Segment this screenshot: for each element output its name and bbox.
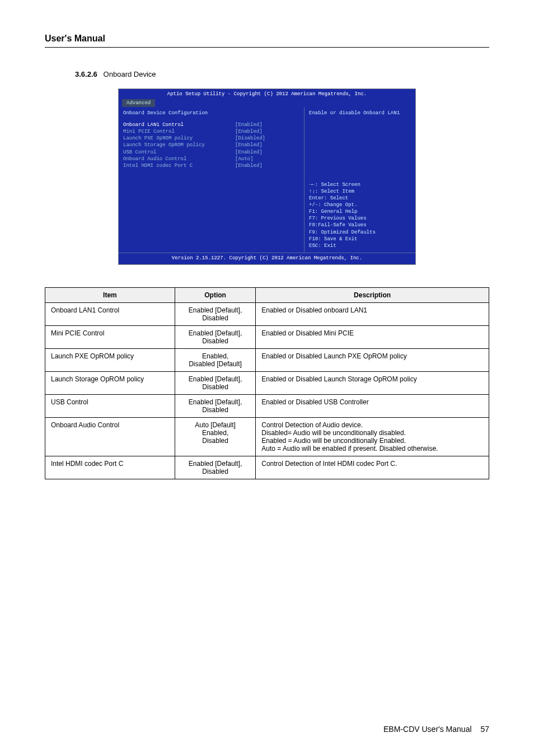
bios-nav-help: →←: Select Screen ↑↓: Select Item Enter:… (309, 181, 411, 249)
bios-body: Onboard Device Configuration Onboard LAN… (119, 107, 415, 253)
bios-row-label: USB Control (123, 149, 235, 156)
page-footer: EBM-CDV User's Manual 57 (383, 725, 489, 734)
cell-desc: Enabled or Disabled Launch PXE OpROM pol… (256, 349, 489, 372)
table-row: Intel HDMI codec Port C Enabled [Default… (45, 456, 489, 479)
bios-row-value: [Enabled] (235, 162, 263, 169)
bios-footer: Version 2.15.1227. Copyright (C) 2012 Am… (119, 253, 415, 264)
bios-nav-line: +/-: Change Opt. (309, 202, 411, 208)
cell-option: Enabled, Disabled [Default] (175, 349, 255, 372)
cell-desc: Enabled or Disabled Launch Storage OpROM… (256, 372, 489, 395)
bios-right-panel: Enable or disable Onboard LAN1 →←: Selec… (305, 107, 415, 253)
cell-desc: Control Detection of Intel HDMI codec Po… (256, 456, 489, 479)
table-header-option: Option (175, 288, 255, 303)
bios-nav-line: F1: General Help (309, 208, 411, 215)
cell-item: Launch Storage OpROM policy (45, 372, 175, 395)
bios-row[interactable]: USB Control[Enabled] (123, 149, 299, 156)
bios-nav-line: F10: Save & Exit (309, 236, 411, 242)
cell-item: Onboard LAN1 Control (45, 303, 175, 326)
bios-row-value: [Enabled] (235, 149, 263, 156)
table-header-row: Item Option Description (45, 288, 489, 303)
cell-desc: Enabled or Disabled USB Controller (256, 395, 489, 418)
bios-nav-line: ↑↓: Select Item (309, 188, 411, 195)
bios-utility-title: Aptio Setup Utility - Copyright (C) 2012… (122, 91, 412, 99)
bios-row[interactable]: Mini PCIE Control[Enabled] (123, 128, 299, 135)
footer-label: User's Manual (421, 725, 471, 734)
cell-desc: Control Detection of Audio device. Disab… (256, 418, 489, 456)
cell-desc: Enabled or Disabled Mini PCIE (256, 326, 489, 349)
cell-item: Mini PCIE Control (45, 326, 175, 349)
cell-option: Enabled [Default], Disabled (175, 326, 255, 349)
bios-row-label: Mini PCIE Control (123, 128, 235, 135)
bios-row-value: [Enabled] (235, 128, 263, 135)
section-title: Onboard Device (104, 70, 156, 78)
cell-item: Onboard Audio Control (45, 418, 175, 456)
table-header-desc: Description (256, 288, 489, 303)
bios-panel-title: Onboard Device Configuration (123, 110, 299, 116)
bios-row[interactable]: Onboard LAN1 Control[Enabled] (123, 122, 299, 128)
bios-nav-line: Enter: Select (309, 195, 411, 202)
table-row: Launch Storage OpROM policy Enabled [Def… (45, 372, 489, 395)
cell-option: Enabled [Default], Disabled (175, 395, 255, 418)
section-heading: 3.6.2.6 Onboard Device (75, 70, 489, 78)
table-row: Mini PCIE Control Enabled [Default], Dis… (45, 326, 489, 349)
options-table: Item Option Description Onboard LAN1 Con… (45, 287, 489, 479)
bios-row[interactable]: Launch PXE OpROM policy[Disabled] (123, 135, 299, 142)
table-header-item: Item (45, 288, 175, 303)
bios-row-value: [Enabled] (235, 122, 263, 128)
bios-left-panel: Onboard Device Configuration Onboard LAN… (119, 107, 305, 253)
bios-row[interactable]: Onboard Audio Control[Auto] (123, 156, 299, 162)
bios-screenshot: Aptio Setup Utility - Copyright (C) 2012… (118, 88, 416, 265)
bios-row-value: [Disabled] (235, 135, 265, 142)
title-underline (45, 47, 489, 48)
table-row: Onboard Audio Control Auto [Default] Ena… (45, 418, 489, 456)
bios-tab-advanced[interactable]: Advanced (122, 99, 155, 107)
bios-nav-line: F7: Previous Values (309, 215, 411, 222)
bios-row-label: Intel HDMI codec Port C (123, 162, 235, 169)
bios-row-label: Launch Storage OpROM policy (123, 142, 235, 148)
bios-row-label: Onboard Audio Control (123, 156, 235, 162)
section-number: 3.6.2.6 (75, 70, 97, 78)
bios-header: Aptio Setup Utility - Copyright (C) 2012… (119, 89, 415, 107)
cell-option: Enabled [Default], Disabled (175, 303, 255, 326)
footer-model: EBM-CDV (383, 725, 420, 734)
page-title: User's Manual (45, 34, 489, 44)
cell-item: Intel HDMI codec Port C (45, 456, 175, 479)
table-row: Launch PXE OpROM policy Enabled, Disable… (45, 349, 489, 372)
bios-row[interactable]: Launch Storage OpROM policy[Enabled] (123, 142, 299, 148)
cell-item: USB Control (45, 395, 175, 418)
bios-row[interactable]: Intel HDMI codec Port C[Enabled] (123, 162, 299, 169)
bios-row-label: Launch PXE OpROM policy (123, 135, 235, 142)
page-number: 57 (480, 725, 489, 734)
cell-option: Auto [Default] Enabled, Disabled (175, 418, 255, 456)
cell-option: Enabled [Default], Disabled (175, 456, 255, 479)
cell-option: Enabled [Default], Disabled (175, 372, 255, 395)
bios-nav-line: F9: Optimized Defaults (309, 229, 411, 236)
bios-nav-line: →←: Select Screen (309, 181, 411, 188)
table-row: Onboard LAN1 Control Enabled [Default], … (45, 303, 489, 326)
cell-item: Launch PXE OpROM policy (45, 349, 175, 372)
bios-help-text: Enable or disable Onboard LAN1 (309, 110, 411, 116)
bios-row-value: [Enabled] (235, 142, 263, 148)
bios-nav-line: F8:Fail-Safe Values (309, 222, 411, 228)
table-row: USB Control Enabled [Default], Disabled … (45, 395, 489, 418)
bios-nav-line: ESC: Exit (309, 242, 411, 249)
bios-row-value: [Auto] (235, 156, 253, 162)
bios-row-label: Onboard LAN1 Control (123, 122, 235, 128)
cell-desc: Enabled or Disabled onboard LAN1 (256, 303, 489, 326)
